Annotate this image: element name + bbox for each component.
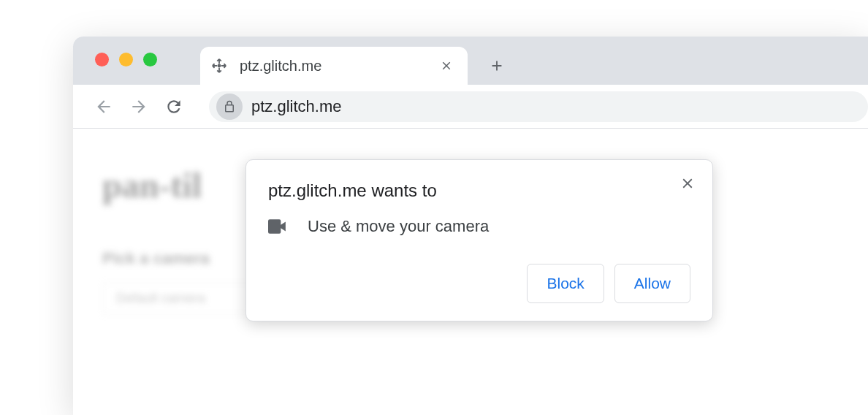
- tab-strip: ptz.glitch.me: [73, 37, 868, 85]
- tab-title: ptz.glitch.me: [240, 58, 440, 75]
- reload-button[interactable]: [159, 92, 189, 121]
- back-button[interactable]: [89, 92, 118, 121]
- lock-icon: [223, 100, 236, 113]
- allow-button[interactable]: Allow: [614, 264, 690, 303]
- prompt-title: ptz.glitch.me wants to: [268, 180, 690, 201]
- window-controls: [95, 53, 157, 66]
- permission-row: Use & move your camera: [268, 217, 690, 236]
- close-icon: [679, 175, 696, 191]
- new-tab-button[interactable]: [481, 50, 513, 82]
- browser-tab[interactable]: ptz.glitch.me: [200, 47, 468, 85]
- permission-text: Use & move your camera: [308, 217, 489, 236]
- window-maximize-button[interactable]: [143, 53, 157, 66]
- block-button[interactable]: Block: [527, 264, 604, 303]
- url-text: ptz.glitch.me: [251, 97, 342, 116]
- move-icon: [210, 57, 228, 75]
- close-prompt-button[interactable]: [679, 175, 696, 192]
- toolbar: ptz.glitch.me: [73, 85, 868, 129]
- svg-point-0: [218, 65, 221, 67]
- window-close-button[interactable]: [95, 53, 109, 66]
- prompt-buttons: Block Allow: [268, 264, 690, 303]
- permission-prompt: ptz.glitch.me wants to Use & move your c…: [245, 159, 713, 321]
- close-tab-button[interactable]: [440, 59, 453, 72]
- site-info-button[interactable]: [216, 94, 243, 120]
- camera-icon: [268, 218, 287, 235]
- address-bar[interactable]: ptz.glitch.me: [209, 91, 868, 122]
- forward-button[interactable]: [124, 92, 153, 121]
- window-minimize-button[interactable]: [119, 53, 133, 66]
